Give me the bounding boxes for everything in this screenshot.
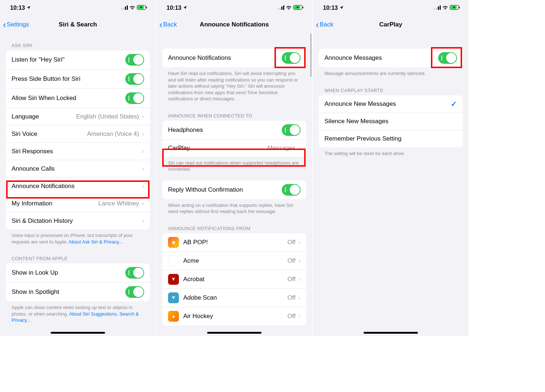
home-indicator[interactable] xyxy=(364,332,418,334)
scroll-indicator[interactable] xyxy=(310,33,311,77)
row-detail: English (United States) xyxy=(76,113,139,120)
location-icon xyxy=(339,5,344,11)
row-carplay[interactable]: CarPlay Messages › xyxy=(162,139,306,157)
toggle-lookup[interactable] xyxy=(125,267,144,279)
group-announce: Announce Notifications xyxy=(162,49,306,67)
row-announce-calls[interactable]: Announce Calls › xyxy=(6,160,150,177)
row-label: Remember Previous Setting xyxy=(324,135,457,142)
link-ask-siri-privacy[interactable]: About Ask Siri & Privacy... xyxy=(69,239,123,245)
row-detail: Off xyxy=(288,276,295,283)
toggle-announce-messages[interactable] xyxy=(438,52,457,64)
toggle-spotlight[interactable] xyxy=(125,286,144,298)
row-label: Silence New Messages xyxy=(324,118,457,125)
back-button[interactable]: ‹ Back xyxy=(159,20,177,29)
row-label: Siri Voice xyxy=(12,130,87,138)
svg-rect-17 xyxy=(440,5,441,10)
row-detail: Messages xyxy=(268,145,295,152)
row-app-air-hockey[interactable]: ● Air Hockey Off › xyxy=(162,307,306,325)
home-indicator[interactable] xyxy=(51,332,105,334)
toggle-hey-siri[interactable] xyxy=(125,54,144,66)
chevron-right-icon: › xyxy=(142,217,144,225)
row-siri-voice[interactable]: Siri Voice American (Voice 4) › xyxy=(6,125,150,142)
toggle-headphones[interactable] xyxy=(282,124,301,136)
chevron-right-icon: › xyxy=(298,312,301,320)
battery-icon xyxy=(137,5,147,11)
back-button[interactable]: ‹ Back xyxy=(316,20,333,29)
status-time: 10:13 xyxy=(167,5,181,11)
home-indicator[interactable] xyxy=(207,332,261,334)
chevron-left-icon: ‹ xyxy=(159,20,163,29)
section-header-from: ANNOUNCE NOTIFICATIONS FROM xyxy=(156,216,312,233)
row-label: Allow Siri When Locked xyxy=(12,95,125,102)
section-header-connected: ANNOUNCE WHEN CONNECTED TO xyxy=(156,104,312,121)
location-icon xyxy=(183,5,187,11)
row-headphones[interactable]: Headphones xyxy=(162,121,306,139)
row-my-information[interactable]: My Information Lance Whitney › xyxy=(6,195,150,212)
footer-announce-messages: Message announcements are currently sile… xyxy=(313,67,469,78)
row-label: AB POP! xyxy=(183,239,288,246)
row-label: CarPlay xyxy=(168,145,268,152)
checkmark-icon: ✓ xyxy=(451,100,457,108)
row-detail: Off xyxy=(288,313,295,320)
wifi-icon xyxy=(286,5,292,11)
footer-content-apple: Apple can show content when looking up t… xyxy=(0,301,156,325)
row-label: Press Side Button for Siri xyxy=(12,75,125,83)
app-icon: ● xyxy=(168,311,179,322)
svg-rect-10 xyxy=(283,5,284,10)
row-detail: Off xyxy=(288,257,295,264)
wifi-icon xyxy=(129,5,135,11)
chevron-right-icon: › xyxy=(142,200,144,207)
svg-rect-13 xyxy=(303,7,303,8)
group-when-carplay: Announce New Messages ✓ Silence New Mess… xyxy=(319,95,463,147)
svg-rect-16 xyxy=(438,7,439,10)
row-label: Siri & Dictation History xyxy=(12,217,142,225)
row-label: Acme xyxy=(183,257,288,264)
row-language[interactable]: Language English (United States) › xyxy=(6,108,150,125)
row-detail: Lance Whitney xyxy=(98,200,139,207)
row-app-adobe-scan[interactable]: Adobe Scan Off › xyxy=(162,288,306,307)
row-remember-previous-setting[interactable]: Remember Previous Setting xyxy=(319,130,463,147)
svg-rect-0 xyxy=(121,8,122,10)
row-reply-without-confirmation[interactable]: Reply Without Confirmation xyxy=(162,180,306,199)
back-button[interactable]: ‹ Settings xyxy=(3,20,29,29)
footer-voice-input: Voice input is processed on iPhone, but … xyxy=(0,229,156,246)
row-announce-notifications-toggle[interactable]: Announce Notifications xyxy=(162,49,306,67)
back-label: Back xyxy=(163,21,177,28)
row-press-side-button[interactable]: Press Side Button for Siri xyxy=(6,69,150,88)
footer-when-carplay: The setting will be reset for each drive… xyxy=(313,147,469,158)
chevron-right-icon: › xyxy=(142,113,144,120)
row-show-in-spotlight[interactable]: Show in Spotlight xyxy=(6,282,150,301)
svg-rect-9 xyxy=(281,7,282,10)
toggle-announce-notifications[interactable] xyxy=(282,52,301,64)
status-bar: 10:13 xyxy=(313,0,469,16)
row-detail: Off xyxy=(288,294,295,301)
row-announce-new-messages[interactable]: Announce New Messages ✓ xyxy=(319,95,463,113)
row-app-acme[interactable]: ACME Acme Off › xyxy=(162,251,306,270)
chevron-right-icon: › xyxy=(142,130,144,138)
row-app-abpop[interactable]: ★ AB POP! Off › xyxy=(162,233,306,251)
group-apps: ★ AB POP! Off › ACME Acme Off › Acrobat … xyxy=(162,233,306,325)
row-siri-responses[interactable]: Siri Responses › xyxy=(6,142,150,160)
group-announce-messages: Announce Messages xyxy=(319,49,463,67)
toggle-reply-without-confirmation[interactable] xyxy=(282,184,301,196)
phone-panel-2: 10:13 ‹ Back Announce Notifications Ann xyxy=(156,0,312,336)
toggle-allow-locked[interactable] xyxy=(125,92,144,104)
row-label: Announce New Messages xyxy=(324,100,451,108)
app-icon: ★ xyxy=(168,237,179,248)
row-silence-new-messages[interactable]: Silence New Messages xyxy=(319,113,463,130)
row-label: Announce Messages xyxy=(324,54,438,62)
row-label: Acrobat xyxy=(183,276,288,283)
row-show-in-lookup[interactable]: Show in Look Up xyxy=(6,263,150,282)
row-announce-messages[interactable]: Announce Messages xyxy=(319,49,463,67)
toggle-press-side[interactable] xyxy=(125,73,144,85)
app-icon xyxy=(168,274,179,285)
row-app-acrobat[interactable]: Acrobat Off › xyxy=(162,270,306,288)
battery-icon xyxy=(293,5,303,11)
row-allow-when-locked[interactable]: Allow Siri When Locked xyxy=(6,88,150,108)
group-content-apple: Show in Look Up Show in Spotlight xyxy=(6,263,150,301)
app-icon: ACME xyxy=(168,255,179,266)
row-listen-hey-siri[interactable]: Listen for "Hey Siri" xyxy=(6,50,150,69)
row-announce-notifications[interactable]: Announce Notifications › xyxy=(6,177,150,195)
row-siri-dictation-history[interactable]: Siri & Dictation History › xyxy=(6,212,150,229)
row-label: Show in Look Up xyxy=(12,269,125,276)
